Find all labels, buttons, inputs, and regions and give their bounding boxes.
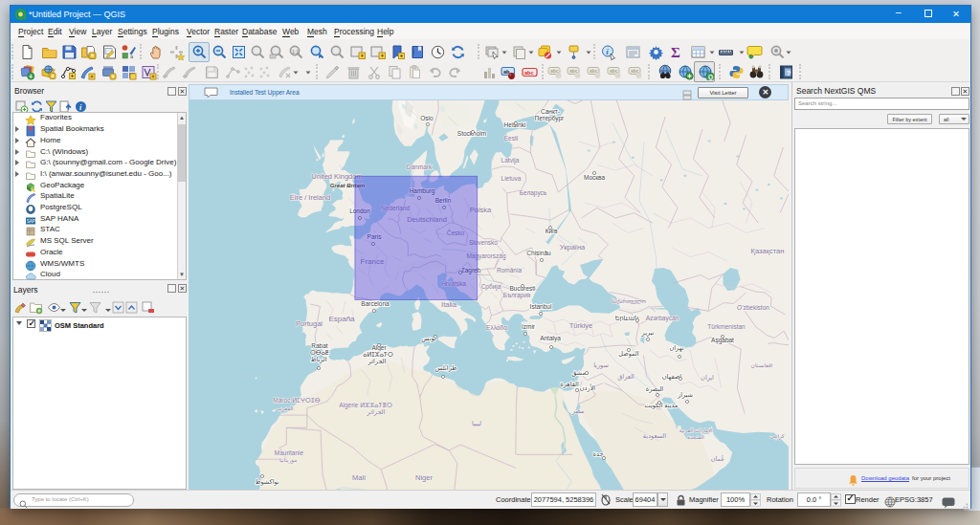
svg-text:العراق: العراق	[617, 373, 635, 381]
svg-text:საქართველო: საქართველო	[612, 298, 647, 304]
svg-text:1:1: 1:1	[292, 49, 299, 55]
svg-text:Rabat: Rabat	[311, 342, 328, 349]
svg-text:ⵔⴱⴰⵟ: ⵔⴱⴰⵟ	[310, 349, 329, 356]
svg-text:abc: abc	[590, 68, 598, 74]
svg-text:طرابلس: طرابلس	[435, 364, 457, 372]
svg-text:Երևան: Երևան	[615, 315, 639, 321]
svg-text:افغانستان: افغانستان	[751, 362, 773, 368]
svg-text:Қазақстан: Қазақстан	[751, 247, 785, 255]
svg-text:كراچى: كراچى	[769, 433, 785, 440]
svg-text:Antalya: Antalya	[540, 335, 561, 342]
svg-text:الجزائر: الجزائر	[368, 358, 387, 365]
svg-text:abc: abc	[610, 68, 618, 74]
svg-text:الإمارات العربية: الإمارات العربية	[679, 427, 713, 434]
svg-text:abc: abc	[550, 68, 559, 74]
svg-text:Eesti: Eesti	[504, 135, 518, 142]
svg-text:Portugal: Portugal	[296, 319, 323, 328]
svg-text:O'zbekiston: O'zbekiston	[737, 304, 769, 311]
svg-text:تبريز: تبريز	[641, 329, 655, 337]
svg-text:مدينة الكويت: مدينة الكويت	[645, 402, 679, 409]
svg-text:تهران: تهران	[670, 344, 684, 352]
svg-text:Oslo: Oslo	[420, 115, 434, 121]
svg-text:الجزائر: الجزائر	[367, 408, 386, 416]
svg-text:عُمان: عُمان	[711, 455, 725, 462]
svg-text:İzmir: İzmir	[522, 322, 536, 330]
svg-text:البصرة: البصرة	[646, 385, 664, 393]
svg-text:Санкт-: Санкт-	[541, 108, 560, 115]
svg-text:ليبيا: ليبيا	[472, 420, 481, 427]
svg-text:Italia: Italia	[441, 300, 457, 309]
svg-text:Türkmenistan: Türkmenistan	[707, 323, 746, 330]
svg-text:ⴰⵍⵊⵣⴰⵢⵔ: ⴰⵍⵊⵣⴰⵢⵔ	[363, 351, 393, 358]
svg-text:المتحدة: المتحدة	[687, 434, 704, 440]
svg-text:Niger: Niger	[415, 473, 433, 482]
svg-text:نواكشوط: نواكشوط	[255, 478, 278, 486]
svg-text:Україна: Україна	[560, 243, 586, 252]
svg-text:Barcelona: Barcelona	[361, 300, 390, 307]
svg-text:abc: abc	[524, 70, 533, 76]
svg-text:Türkiye: Türkiye	[569, 321, 593, 330]
svg-text:موريتانيا: موريتانيا	[279, 457, 297, 464]
svg-text:Azərbaycan: Azərbaycan	[646, 315, 679, 322]
svg-text:România: România	[497, 267, 522, 273]
svg-text:Москва: Москва	[584, 174, 606, 181]
svg-text:Maroc ⵍⵎⵖⵔⵉⴱ: Maroc ⵍⵎⵖⵔⵉⴱ	[273, 397, 321, 404]
svg-text:Mali: Mali	[352, 473, 366, 482]
svg-text:abc: abc	[569, 68, 578, 74]
svg-text:الرباط: الرباط	[310, 356, 326, 363]
svg-text:?: ?	[787, 69, 791, 77]
svg-text:جدة: جدة	[593, 450, 604, 457]
svg-text:España: España	[328, 315, 355, 323]
svg-text:Србија: Србија	[481, 283, 501, 291]
svg-text:a: a	[130, 53, 134, 60]
svg-text:شیراز: شیراز	[677, 391, 693, 399]
svg-text:България: България	[503, 292, 531, 299]
svg-text:Latvija: Latvija	[501, 157, 520, 164]
svg-text:Lietuva: Lietuva	[501, 175, 522, 182]
svg-text:abc: abc	[631, 68, 639, 74]
svg-text:Éire / Ireland: Éire / Ireland	[290, 193, 331, 202]
svg-text:القاهرة: القاهرة	[560, 381, 579, 388]
svg-text:المغرب: المغرب	[277, 405, 294, 412]
svg-text:Σ: Σ	[671, 45, 680, 60]
svg-text:سوريا: سوريا	[593, 361, 609, 369]
svg-text:İstanbul: İstanbul	[530, 302, 552, 310]
svg-text:Ελλάδα: Ελλάδα	[486, 324, 507, 331]
svg-text:السعودية: السعودية	[643, 432, 666, 440]
svg-text:الأردن: الأردن	[580, 383, 596, 392]
svg-text:Петербург: Петербург	[535, 115, 566, 122]
svg-text:ایران: ایران	[701, 374, 714, 382]
svg-text:مصر: مصر	[571, 407, 585, 415]
svg-text:ab: ab	[503, 69, 510, 75]
svg-text:Беларусь: Беларусь	[520, 189, 547, 197]
svg-text:Danmark: Danmark	[407, 164, 433, 170]
svg-text:Mauritanie: Mauritanie	[275, 449, 304, 456]
svg-text:Chișinău: Chișinău	[526, 250, 551, 257]
svg-text:Q: Q	[708, 74, 713, 81]
